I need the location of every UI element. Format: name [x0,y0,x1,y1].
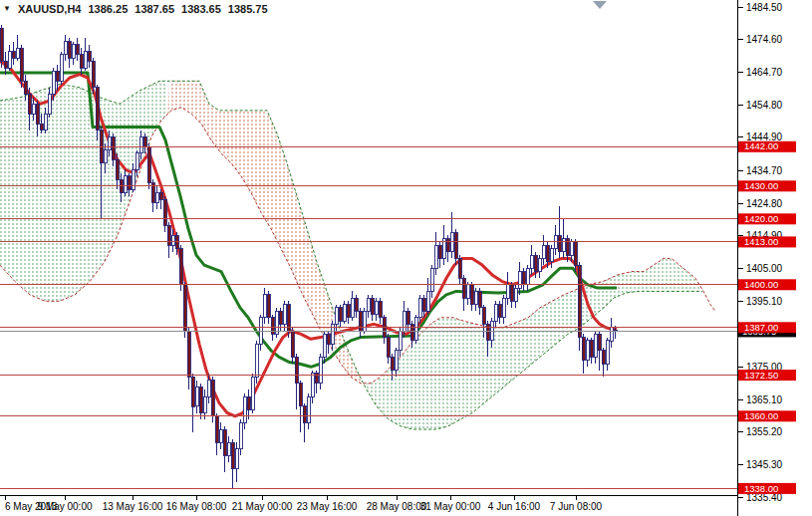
candle-body [418,298,421,318]
ohlc-low: 1383.65 [181,3,221,15]
price-level-badge-label: 1372.50 [744,370,778,381]
candle-body [307,396,310,422]
candle-body [235,449,238,469]
price-tick-label: 1474.60 [746,34,783,45]
candle-body [426,291,429,311]
time-tick-label: 31 May 00:00 [420,501,481,512]
candle-body [20,48,23,81]
price-tick-label: 1464.70 [746,67,783,78]
candle-body [462,278,465,298]
candle-body [56,71,59,81]
candle-body [395,351,398,371]
chart-canvas[interactable]: 1484.501474.601464.701454.801444.901434.… [0,0,812,516]
candle-body [375,301,378,314]
candle-body [387,338,390,358]
candle-body [24,81,27,94]
candle-body [478,291,481,308]
candle-body [259,318,262,344]
candle-body [279,311,282,324]
candle-body [558,235,561,252]
candle-body [203,396,206,413]
price-tick-label: 1405.00 [746,263,783,274]
candle-body [466,285,469,298]
candle-body [458,258,461,278]
candle-body [60,55,63,81]
candle-body [195,387,198,406]
symbol-dropdown-icon[interactable]: ▼ [3,4,11,13]
ohlc-open: 1386.25 [89,3,129,15]
candle-body [283,305,286,325]
candle-body [367,298,370,311]
candle-body [518,272,521,289]
candle-body [542,245,545,258]
candle-body [470,285,473,305]
candle-body [594,334,597,357]
candle-body [92,61,95,87]
candle-body [104,150,107,163]
candle-body [327,334,330,344]
candle-body [538,258,541,271]
candle-body [4,61,7,68]
candle-body [251,377,254,409]
candle-body [498,305,501,318]
candle-body [295,357,298,383]
time-tick-label: 13 May 16:00 [103,501,163,512]
price-level-badge-label: 1400.00 [744,279,778,290]
candle-body [80,55,83,68]
chart-shift-marker[interactable] [593,1,607,9]
candle-body [0,28,3,61]
candle-body [422,298,425,311]
candle-body [231,442,234,468]
candle-body [239,422,242,448]
candle-body [391,357,394,370]
candle-body [215,416,218,442]
candle-body [586,341,589,361]
candle-body [36,104,39,124]
candle-body [606,341,609,364]
candle-body [303,406,306,423]
candle-body [602,351,605,364]
candle-body [287,305,290,331]
candle-body [399,331,402,351]
candle-body [323,334,326,357]
candle-body [128,176,131,189]
ohlc-high: 1387.65 [135,3,174,15]
candle-body [48,94,51,114]
candle-body [163,199,166,225]
candle-body [32,104,35,114]
candle-body [135,153,138,170]
candle-body [582,338,585,361]
price-level-badge-label: 1430.00 [744,180,778,191]
time-tick-label: 7 Jun 08:00 [550,501,603,512]
candle-body [187,331,190,377]
candle-body [510,285,513,302]
candle-body [179,249,182,285]
candle-body [590,341,593,358]
candle-body [438,245,441,258]
candle-body [343,305,346,322]
candle-body [219,429,222,442]
candle-body [339,308,342,321]
candle-body [502,298,505,318]
candle-body [84,52,87,69]
candle-body [171,235,174,245]
price-tick-label: 1434.70 [746,165,783,176]
symbol-period-label: XAUUSD,H4 [18,3,82,15]
axis-badges: 1385.751442.001430.001420.001413.001400.… [738,140,796,494]
time-tick-label: 9 May 00:00 [37,501,92,512]
price-tick-label: 1454.80 [746,100,783,111]
candle-body [371,298,374,315]
cloud-segment [365,258,702,429]
candle-body [112,136,115,159]
candle-body [351,298,354,318]
price-level-badge-label: 1387.00 [744,322,778,333]
candle-body [88,52,91,62]
candle-body [550,249,553,262]
price-level-badge-label: 1360.00 [744,410,778,421]
candle-body [610,328,613,341]
price-tick-label: 1484.50 [746,2,783,13]
candle-body [275,311,278,334]
candle-body [506,285,509,298]
candle-body [183,285,186,331]
candle-body [147,146,150,182]
